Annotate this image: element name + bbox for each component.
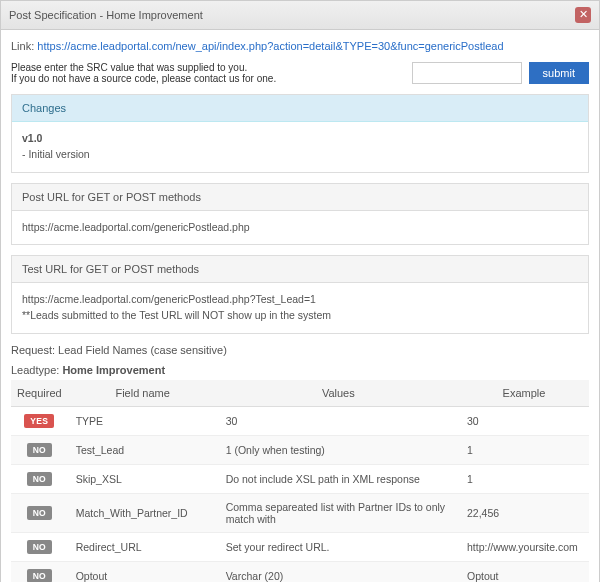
changes-body: v1.0 - Initial version	[12, 122, 588, 172]
field-values: 1 (Only when testing)	[218, 435, 459, 464]
dialog-content: Link: https://acme.leadportal.com/new_ap…	[1, 30, 599, 582]
test-url-panel: Test URL for GET or POST methods https:/…	[11, 255, 589, 334]
request-label: Request: Lead Field Names (case sensitiv…	[11, 344, 589, 356]
dialog: Post Specification - Home Improvement ✕ …	[0, 0, 600, 582]
changes-panel: Changes v1.0 - Initial version	[11, 94, 589, 173]
test-url-body: https://acme.leadportal.com/genericPostl…	[12, 283, 588, 333]
field-name: Match_With_Partner_ID	[68, 493, 218, 532]
field-name: Redirect_URL	[68, 532, 218, 561]
required-badge: NO	[27, 472, 52, 486]
th-example: Example	[459, 380, 589, 407]
field-example: 30	[459, 406, 589, 435]
dialog-header: Post Specification - Home Improvement ✕	[1, 1, 599, 30]
field-name: Skip_XSL	[68, 464, 218, 493]
field-example: Optout	[459, 561, 589, 582]
link-label: Link:	[11, 40, 34, 52]
changes-head: Changes	[12, 95, 588, 122]
table-row: NOMatch_With_Partner_IDComma separeated …	[11, 493, 589, 532]
link-row: Link: https://acme.leadportal.com/new_ap…	[11, 40, 589, 52]
field-values: Do not include XSL path in XML response	[218, 464, 459, 493]
dialog-title: Post Specification - Home Improvement	[9, 9, 203, 21]
field-example: 1	[459, 435, 589, 464]
field-values: 30	[218, 406, 459, 435]
field-values: Set your redirect URL.	[218, 532, 459, 561]
required-badge: YES	[24, 414, 54, 428]
required-badge: NO	[27, 506, 52, 520]
changes-note: - Initial version	[22, 147, 578, 163]
required-badge: NO	[27, 540, 52, 554]
changes-version: v1.0	[22, 132, 42, 144]
post-url-head: Post URL for GET or POST methods	[12, 184, 588, 211]
src-line2: If you do not have a source code, please…	[11, 73, 276, 84]
test-url-line1: https://acme.leadportal.com/genericPostl…	[22, 292, 578, 308]
required-badge: NO	[27, 443, 52, 457]
fields-table: Required Field name Values Example YESTY…	[11, 380, 589, 582]
table-row: NOTest_Lead1 (Only when testing)1	[11, 435, 589, 464]
field-name: Optout	[68, 561, 218, 582]
field-example: 1	[459, 464, 589, 493]
th-field: Field name	[68, 380, 218, 407]
field-values: Comma separeated list with Partner IDs t…	[218, 493, 459, 532]
required-badge: NO	[27, 569, 52, 582]
field-values: Varchar (20)	[218, 561, 459, 582]
close-icon[interactable]: ✕	[575, 7, 591, 23]
post-url-body: https://acme.leadportal.com/genericPostl…	[12, 211, 588, 245]
table-row: NOSkip_XSLDo not include XSL path in XML…	[11, 464, 589, 493]
field-name: TYPE	[68, 406, 218, 435]
table-row: YESTYPE3030	[11, 406, 589, 435]
th-required: Required	[11, 380, 68, 407]
api-link[interactable]: https://acme.leadportal.com/new_api/inde…	[37, 40, 503, 52]
post-url-panel: Post URL for GET or POST methods https:/…	[11, 183, 589, 246]
submit-button[interactable]: submit	[529, 62, 589, 84]
field-example: http://www.yoursite.com	[459, 532, 589, 561]
leadtype-label: Leadtype:	[11, 364, 59, 376]
src-form: submit	[412, 62, 589, 84]
test-url-head: Test URL for GET or POST methods	[12, 256, 588, 283]
src-text: Please enter the SRC value that was supp…	[11, 62, 276, 84]
field-example: 22,456	[459, 493, 589, 532]
table-row: NOOptoutVarchar (20)Optout	[11, 561, 589, 582]
src-input[interactable]	[412, 62, 522, 84]
src-row: Please enter the SRC value that was supp…	[11, 62, 589, 84]
src-line1: Please enter the SRC value that was supp…	[11, 62, 276, 73]
table-row: NORedirect_URLSet your redirect URL.http…	[11, 532, 589, 561]
field-name: Test_Lead	[68, 435, 218, 464]
leadtype-row: Leadtype: Home Improvement	[11, 364, 589, 376]
test-url-line2: **Leads submitted to the Test URL will N…	[22, 308, 578, 324]
leadtype-value: Home Improvement	[62, 364, 165, 376]
th-values: Values	[218, 380, 459, 407]
